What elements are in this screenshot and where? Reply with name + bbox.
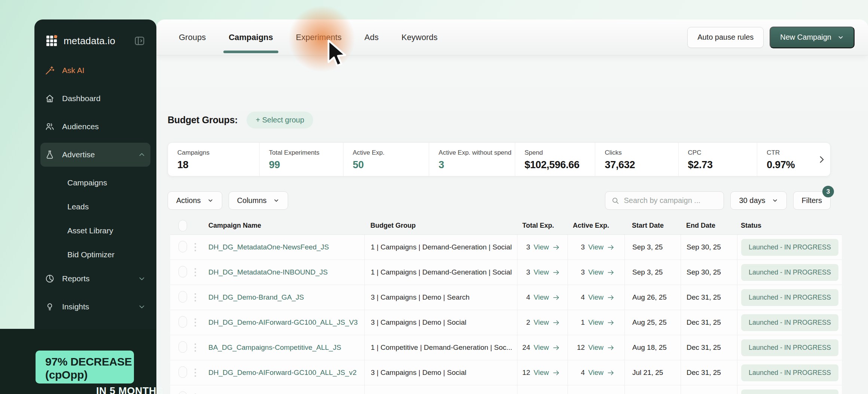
row-checkbox[interactable] (178, 366, 187, 378)
sidebar-collapse-icon[interactable] (134, 35, 145, 46)
tab-experiments[interactable]: Experiments (296, 19, 342, 55)
arrow-right-icon[interactable] (607, 369, 615, 377)
column-header-label: Campaign Name (208, 222, 261, 230)
campaign-name-link[interactable]: DH_DG_MetadataOne-INBOUND_JS (208, 268, 328, 276)
column-header-label: End Date (686, 222, 715, 230)
sidebar-subitem-leads[interactable]: Leads (40, 195, 150, 219)
tab-keywords[interactable]: Keywords (401, 19, 438, 55)
stats-scroll-right-icon[interactable] (817, 155, 826, 164)
new-campaign-button[interactable]: New Campaign (770, 27, 855, 48)
row-checkbox[interactable] (178, 341, 187, 353)
arrow-right-icon[interactable] (552, 294, 560, 301)
view-link[interactable]: View (534, 318, 549, 327)
sidebar-subitem-bid-optimizer[interactable]: Bid Optimizer (40, 243, 150, 267)
chevron-up-icon (138, 151, 146, 159)
tab-campaigns[interactable]: Campaigns (229, 19, 273, 55)
budget-group-cell: 1 | Competitive | Demand-Generation | So… (364, 335, 517, 360)
view-link[interactable]: View (534, 343, 549, 352)
view-link[interactable]: View (534, 293, 549, 301)
row-checkbox[interactable] (178, 266, 187, 278)
view-link[interactable]: View (588, 318, 603, 327)
arrow-right-icon[interactable] (607, 294, 615, 301)
columns-dropdown[interactable]: Columns (229, 191, 288, 210)
row-checkbox-cell (170, 266, 195, 279)
search-input[interactable] (624, 196, 718, 205)
arrow-right-icon[interactable] (552, 243, 560, 251)
arrow-right-icon[interactable] (552, 369, 560, 377)
tab-groups[interactable]: Groups (179, 19, 206, 55)
search-icon (611, 197, 619, 204)
exp-count: 4 (581, 369, 585, 377)
budget-group-cell: 3 | Campaigns | Demo | Convo/Message (364, 385, 517, 394)
arrow-right-icon[interactable] (607, 269, 615, 276)
column-header-active-exp-: Active Exp. (568, 217, 624, 234)
campaign-name-link[interactable]: BA_DG_Campaigns-Competitive_ALL_JS (208, 343, 341, 351)
active-exp-cell: 4View (568, 285, 624, 310)
stat-card-clicks: Clicks37,632 (595, 143, 678, 176)
tab-ads[interactable]: Ads (364, 19, 379, 55)
select-group-button[interactable]: + Select group (247, 112, 313, 128)
sidebar-item-insights[interactable]: Insights (40, 295, 150, 319)
exp-count: 3 (581, 243, 585, 251)
arrow-right-icon[interactable] (552, 269, 560, 276)
view-link[interactable]: View (588, 243, 603, 251)
view-link[interactable]: View (588, 343, 603, 352)
row-checkbox[interactable] (178, 316, 187, 328)
arrow-right-icon[interactable] (552, 319, 560, 327)
row-drag-cell (195, 343, 204, 353)
nav-tabs: GroupsCampaignsExperimentsAdsKeywords (179, 19, 438, 55)
arrow-right-icon[interactable] (552, 344, 560, 352)
view-link[interactable]: View (588, 293, 603, 301)
exp-count: 4 (526, 293, 531, 301)
row-checkbox[interactable] (178, 220, 187, 231)
row-checkbox[interactable] (178, 241, 187, 252)
campaign-name-link[interactable]: DH_DG_Demo-AIForward-GC100_ALL_JS_V3 (208, 318, 358, 326)
sidebar-item-dashboard[interactable]: Dashboard (40, 87, 150, 110)
sidebar-item-audiences[interactable]: Audiences (40, 115, 150, 139)
arrow-right-icon[interactable] (607, 243, 615, 251)
drag-handle-icon[interactable] (195, 393, 204, 394)
sidebar-subitem-campaigns[interactable]: Campaigns (40, 171, 150, 195)
sidebar-item-reports[interactable]: Reports (40, 267, 150, 291)
view-link[interactable]: View (534, 369, 549, 377)
kpi-badge-line1: 97% DECREASE (45, 355, 134, 369)
drag-handle-icon[interactable] (195, 267, 204, 278)
drag-handle-icon[interactable] (195, 343, 204, 353)
status-cell: Launched - IN PROGRESS (737, 310, 842, 335)
column-header-label: Budget Group (370, 222, 416, 230)
drag-handle-icon[interactable] (195, 368, 204, 378)
exp-count: 3 (526, 243, 531, 251)
sidebar-item-ask-ai[interactable]: Ask AI (40, 58, 150, 82)
table-row: BA_DG_Campaigns-Competitive_ALL_JS1 | Co… (170, 335, 842, 360)
table-row: DH_DG_Demo-Brand_GA_JS3 | Campaigns | De… (170, 285, 842, 310)
actions-dropdown[interactable]: Actions (168, 191, 222, 210)
campaign-name-link[interactable]: DH_DG_Demo-Brand_GA_JS (208, 293, 304, 301)
active-exp-cell: 4View (568, 360, 624, 385)
auto-pause-rules-button[interactable]: Auto pause rules (687, 27, 764, 48)
view-link[interactable]: View (534, 243, 549, 251)
kpi-badge-line2: (cpOpp) (45, 369, 134, 382)
drag-handle-icon[interactable] (195, 318, 204, 328)
campaign-name-link[interactable]: DH_DG_Demo-AIForward-GC100_ALL_JS_v2 (208, 369, 357, 376)
total-exp-cell: 3View (517, 260, 568, 285)
row-checkbox[interactable] (178, 291, 187, 303)
drag-handle-icon[interactable] (195, 242, 204, 252)
status-cell: Launched - IN PROGRESS (737, 235, 842, 260)
view-link[interactable]: View (534, 268, 549, 276)
start-date-cell: Jul 21, 25 (624, 385, 681, 394)
view-link[interactable]: View (588, 369, 603, 377)
drag-handle-icon[interactable] (195, 293, 204, 303)
row-checkbox-cell (170, 316, 195, 329)
date-range-dropdown[interactable]: 30 days (730, 191, 786, 210)
row-checkbox[interactable] (178, 391, 187, 394)
total-exp-cell: 3View (517, 235, 568, 260)
arrow-right-icon[interactable] (607, 319, 615, 327)
view-link[interactable]: View (588, 268, 603, 276)
row-drag-cell (195, 242, 204, 252)
sidebar-subitem-asset-library[interactable]: Asset Library (40, 219, 150, 243)
chevron-down-icon (138, 275, 146, 283)
campaign-name-link[interactable]: DH_DG_MetadataOne-NewsFeed_JS (208, 243, 329, 251)
sidebar-item-label: Ask AI (62, 66, 85, 75)
sidebar-item-advertise[interactable]: Advertise (40, 143, 150, 167)
arrow-right-icon[interactable] (607, 344, 615, 352)
